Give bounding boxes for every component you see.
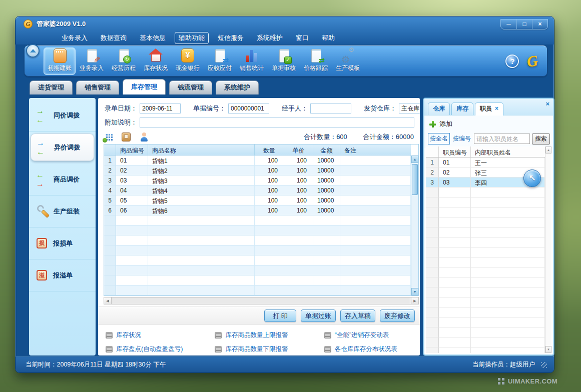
- mini-toolbar-icon[interactable]: [105, 134, 113, 142]
- menu-item[interactable]: 基本信息: [136, 32, 170, 44]
- staff-table-scrollbar[interactable]: [545, 146, 551, 353]
- scroll-left-icon[interactable]: [104, 298, 112, 304]
- staff-empty-row[interactable]: [426, 188, 545, 198]
- toolbar-item[interactable]: 现金银行: [172, 48, 204, 75]
- sidebar-item[interactable]: 商品调价: [29, 164, 96, 196]
- toolbar-item[interactable]: 初期建账: [44, 48, 76, 75]
- panel-tab[interactable]: 仓库: [428, 102, 450, 115]
- main-tab[interactable]: 系统维护: [216, 80, 259, 94]
- toolbar-collapse-button[interactable]: [26, 44, 40, 58]
- items-table-row[interactable]: 606货物610010010000: [104, 206, 411, 216]
- mini-toolbar-icon[interactable]: [140, 132, 149, 142]
- minimize-button[interactable]: ─: [501, 20, 516, 29]
- panel-tab[interactable]: 库存: [451, 102, 473, 115]
- menu-item[interactable]: 辅助功能: [175, 32, 209, 44]
- scroll-up-icon[interactable]: [411, 156, 418, 163]
- sidebar-item[interactable]: 损 报损单: [29, 228, 96, 260]
- quick-link[interactable]: “全能”进销存变动表: [324, 331, 418, 340]
- toolbar-item[interactable]: 单据审核: [268, 48, 300, 75]
- staff-empty-row[interactable]: [426, 348, 545, 353]
- staff-empty-row[interactable]: [426, 308, 545, 318]
- items-table-empty-row[interactable]: [104, 226, 411, 236]
- menu-item[interactable]: 数据查询: [97, 32, 131, 44]
- scroll-down-icon[interactable]: [411, 288, 418, 296]
- quick-link[interactable]: 库存状况: [106, 331, 215, 340]
- items-table-empty-row[interactable]: [104, 266, 411, 276]
- quick-link[interactable]: 库存盘点(自动盘盈盘亏): [106, 346, 215, 354]
- quick-link[interactable]: 各仓库库存分布状况表: [324, 346, 418, 354]
- toolbar-item[interactable]: 价格跟踪: [300, 48, 332, 75]
- items-table-row[interactable]: 101货物110010010000: [104, 156, 411, 166]
- menu-item[interactable]: 业务录入: [58, 32, 92, 44]
- staff-empty-row[interactable]: [426, 338, 545, 348]
- items-table-row[interactable]: 505货物510010010000: [104, 196, 411, 206]
- maximize-button[interactable]: □: [516, 20, 532, 29]
- action-button[interactable]: 废弃修改: [380, 310, 415, 322]
- staff-empty-row[interactable]: [426, 278, 545, 288]
- action-button[interactable]: 存入草稿: [340, 310, 375, 322]
- close-button[interactable]: ×: [532, 20, 547, 29]
- add-button[interactable]: 添加: [424, 116, 553, 130]
- staff-empty-row[interactable]: [426, 248, 545, 258]
- items-table-row[interactable]: 404货物410010010000: [104, 186, 411, 196]
- search-button[interactable]: 搜索: [532, 134, 550, 144]
- items-table-empty-row[interactable]: [104, 246, 411, 256]
- staff-empty-row[interactable]: [426, 238, 545, 248]
- scroll-down-icon[interactable]: [545, 346, 551, 353]
- main-tab[interactable]: 销售管理: [76, 80, 119, 94]
- sidebar-item[interactable]: 异价调拨: [31, 134, 94, 161]
- staff-empty-row[interactable]: [426, 298, 545, 308]
- action-button[interactable]: 单据过账: [301, 310, 336, 322]
- items-table-empty-row[interactable]: [104, 276, 411, 286]
- scroll-up-icon[interactable]: [545, 146, 551, 154]
- scrollbar-thumb[interactable]: [412, 164, 418, 195]
- sidebar-item[interactable]: 同价调拨: [29, 100, 96, 132]
- menu-item[interactable]: 窗口: [292, 32, 313, 44]
- toolbar-item[interactable]: 经营历程: [108, 48, 140, 75]
- staff-search-input[interactable]: [474, 134, 530, 144]
- panel-close-icon[interactable]: [545, 100, 549, 108]
- quick-link[interactable]: 库存商品数量上限报警: [215, 331, 324, 340]
- scroll-right-icon[interactable]: [411, 298, 418, 304]
- staff-empty-row[interactable]: [426, 208, 545, 218]
- staff-row[interactable]: 101王一: [426, 158, 545, 168]
- title-bar[interactable]: 管家婆2009 V1.0 ─□×: [16, 16, 554, 32]
- note-input[interactable]: [140, 118, 414, 128]
- staff-empty-row[interactable]: [426, 318, 545, 328]
- form-field-input[interactable]: [228, 104, 269, 114]
- resize-grip[interactable]: [541, 362, 547, 368]
- menu-item[interactable]: 系统维护: [253, 32, 287, 44]
- items-table-horizontal-scrollbar[interactable]: [104, 297, 419, 304]
- staff-empty-row[interactable]: [426, 268, 545, 278]
- staff-empty-row[interactable]: [426, 328, 545, 338]
- toolbar-item[interactable]: 应收应付: [204, 48, 236, 75]
- staff-empty-row[interactable]: [426, 228, 545, 238]
- staff-empty-row[interactable]: [426, 258, 545, 268]
- help-icon[interactable]: [505, 54, 519, 68]
- items-table-empty-row[interactable]: [104, 236, 411, 246]
- main-tab[interactable]: 钱流管理: [169, 80, 212, 94]
- toolbar-item[interactable]: 销售统计: [236, 48, 268, 75]
- sidebar-item[interactable]: 溢 报溢单: [29, 260, 96, 292]
- quick-link[interactable]: 库存商品数量下限报警: [215, 346, 324, 354]
- main-tab[interactable]: 库存管理: [123, 79, 166, 94]
- items-table-empty-row[interactable]: [104, 216, 411, 226]
- form-field-input[interactable]: [399, 104, 420, 114]
- mini-toolbar-icon[interactable]: [122, 132, 131, 142]
- main-tab[interactable]: 进货管理: [30, 80, 73, 94]
- toolbar-item[interactable]: 生产模板: [332, 48, 364, 75]
- filter-by-name-button[interactable]: 按全名: [428, 133, 450, 144]
- items-table-empty-row[interactable]: [104, 286, 411, 296]
- menu-item[interactable]: 短信服务: [214, 32, 248, 44]
- toolbar-item[interactable]: 业务录入: [76, 48, 108, 75]
- filter-by-code-button[interactable]: 按编号: [452, 134, 472, 144]
- form-field-input[interactable]: [140, 104, 181, 114]
- action-button[interactable]: 打 印: [264, 310, 296, 322]
- horizontal-scrollbar-thumb[interactable]: [112, 298, 410, 304]
- panel-tab[interactable]: 职员: [475, 102, 503, 116]
- items-table-vertical-scrollbar[interactable]: [411, 156, 418, 296]
- staff-empty-row[interactable]: [426, 288, 545, 298]
- items-table-empty-row[interactable]: [104, 256, 411, 266]
- menu-item[interactable]: 帮助: [318, 32, 339, 44]
- items-table-row[interactable]: 202货物210010010000: [104, 166, 411, 176]
